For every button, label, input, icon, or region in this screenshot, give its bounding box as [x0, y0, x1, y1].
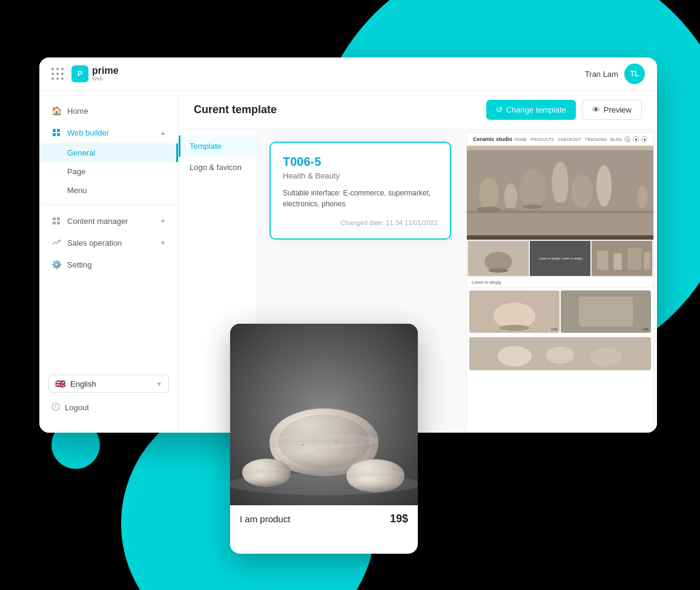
sidebar-item-web-builder[interactable]: Web builder ▲ — [39, 122, 178, 143]
bottom-item — [469, 337, 651, 370]
svg-rect-36 — [579, 297, 633, 327]
sidebar-divider-1 — [39, 205, 178, 205]
top-bar-left: P prime Web — [51, 65, 119, 82]
avatar[interactable]: TL — [624, 64, 645, 84]
sidebar-item-sales[interactable]: Sales operation ▼ — [39, 232, 178, 254]
logo-prime-text: prime — [92, 66, 119, 76]
sidebar-web-builder-label: Web builder — [67, 128, 154, 137]
svg-point-38 — [498, 346, 532, 367]
svg-rect-6 — [53, 221, 56, 225]
logout-button[interactable]: Logout — [48, 398, 169, 418]
sidebar-item-page[interactable]: Page — [39, 162, 178, 181]
flag-icon: 🇬🇧 — [55, 379, 65, 388]
product-item-2: 19$ — [561, 290, 651, 333]
logo-icon: P — [71, 65, 88, 82]
change-template-button[interactable]: ↺ Change template — [486, 100, 576, 120]
svg-rect-1 — [57, 129, 60, 132]
setting-icon: ⚙️ — [51, 260, 61, 269]
sub-sidebar-logo[interactable]: Logo & favicon — [179, 157, 257, 178]
language-selector[interactable]: 🇬🇧 English ▼ — [48, 375, 169, 393]
svg-point-49 — [346, 470, 404, 478]
chevron-down-icon-1: ▼ — [160, 218, 166, 225]
hero-background — [467, 146, 653, 240]
nav-home: HOME — [515, 137, 527, 142]
grid-item-1 — [468, 241, 529, 276]
product-item-1: 19$ — [469, 290, 560, 333]
svg-rect-29 — [613, 254, 622, 270]
svg-rect-0 — [53, 129, 56, 132]
product-price: 19$ — [390, 513, 408, 525]
header-actions: ↺ Change template 👁 Preview — [486, 100, 642, 120]
website-preview-area: Ceramic studio HOME PRODUCTS CHECKOUT TR… — [463, 129, 657, 433]
svg-rect-7 — [57, 221, 60, 225]
product-name: I am product — [240, 514, 290, 524]
sidebar-content-label: Content manager — [67, 217, 154, 226]
svg-rect-28 — [597, 251, 608, 270]
svg-point-45 — [279, 415, 369, 469]
nav-tracking: TRACKING — [585, 137, 607, 142]
product-image — [230, 324, 418, 505]
sidebar-item-menu[interactable]: Menu — [39, 181, 178, 200]
website-nav-links: HOME PRODUCTS CHECKOUT TRACKING BLOG — [515, 137, 622, 142]
lang-chevron-icon: ▼ — [156, 381, 162, 387]
chevron-down-icon-2: ▼ — [160, 240, 166, 246]
sidebar-item-general[interactable]: General — [39, 143, 178, 162]
svg-point-51 — [317, 450, 319, 451]
template-card: T006-5 Health & Beauty Suitable interfac… — [269, 142, 451, 240]
changed-date-label: Changed date: — [340, 219, 384, 226]
svg-point-40 — [590, 348, 622, 366]
svg-point-50 — [302, 444, 304, 446]
home-icon: 🏠 — [51, 106, 61, 116]
logout-label: Logout — [65, 403, 89, 412]
website-hero — [467, 146, 653, 240]
sidebar-item-content-manager[interactable]: Content manager ▼ — [39, 210, 178, 232]
product-card-float: I am product 19$ — [230, 324, 418, 554]
product-price-1: 19$ — [551, 327, 557, 331]
svg-point-34 — [500, 325, 530, 331]
content-header: Curent template ↺ Change template 👁 Prev… — [179, 91, 657, 129]
lorem-label: Lorem is simply — [472, 280, 501, 284]
page-title: Curent template — [194, 103, 277, 116]
chevron-up-icon: ▲ — [160, 129, 166, 136]
sidebar-home-label: Home — [67, 107, 166, 116]
svg-rect-31 — [644, 252, 650, 270]
sidebar-bottom: 🇬🇧 English ▼ Logout — [39, 369, 178, 424]
svg-point-26 — [489, 268, 509, 272]
svg-rect-30 — [627, 248, 641, 270]
logo-sub-text: Web — [92, 76, 119, 82]
apps-grid-icon[interactable] — [51, 68, 64, 80]
svg-rect-4 — [53, 217, 56, 220]
product-row: 19$ 19$ — [467, 288, 653, 335]
sidebar: 🏠 Home Web builder ▲ — [39, 91, 179, 433]
nav-blog: BLOG — [610, 137, 622, 142]
nav-checkout: CHECKOUT — [558, 137, 581, 142]
content-manager-icon — [51, 216, 61, 226]
preview-icon: 👁 — [592, 105, 600, 114]
user-name: Tran Lam — [585, 70, 618, 79]
preview-label: Preview — [604, 105, 632, 114]
product-info-bar: I am product 19$ — [230, 505, 418, 533]
preview-button[interactable]: 👁 Preview — [582, 100, 642, 120]
grid-item-3 — [592, 241, 652, 276]
svg-point-52 — [335, 441, 337, 443]
sub-sidebar-template[interactable]: Template — [179, 136, 257, 157]
website-mockup: Ceramic studio HOME PRODUCTS CHECKOUT TR… — [466, 133, 654, 432]
logout-icon — [51, 402, 60, 413]
svg-rect-23 — [467, 150, 653, 235]
sidebar-item-setting[interactable]: ⚙️ Setting — [39, 254, 178, 275]
sidebar-item-home[interactable]: 🏠 Home — [39, 100, 178, 122]
sidebar-nav: 🏠 Home Web builder ▲ — [39, 100, 178, 369]
top-bar-right: Tran Lam TL — [585, 64, 645, 84]
logo-area: P prime Web — [71, 65, 119, 82]
svg-point-53 — [345, 449, 346, 450]
svg-point-54 — [311, 456, 312, 457]
suitable-label: Suitable interface: — [283, 189, 341, 197]
template-category: Health & Beauty — [283, 171, 438, 180]
product-price-2: 19$ — [642, 327, 649, 331]
sidebar-setting-label: Setting — [67, 260, 166, 269]
lorem-text: Lorem is simply — [538, 255, 561, 261]
change-template-icon: ↺ — [496, 105, 503, 114]
svg-rect-2 — [53, 133, 56, 136]
social-icon-1: ✦ — [633, 136, 639, 142]
lorem-section: Lorem is simply — [467, 277, 653, 288]
